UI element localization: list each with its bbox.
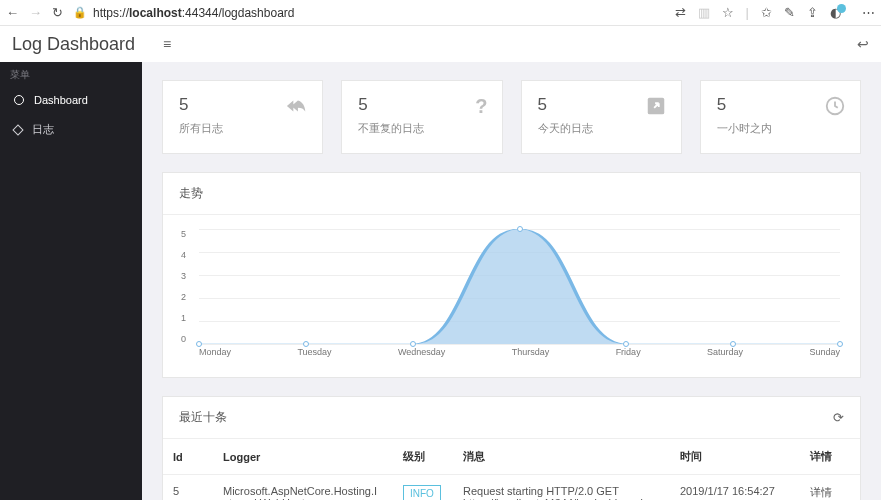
trend-panel: 走势 5 4 3 2 1 0 (162, 172, 861, 378)
favorites-icon[interactable]: ✩ (761, 5, 772, 20)
chart-marker (303, 341, 309, 347)
external-link-icon (645, 95, 667, 122)
logs-table: Id Logger 级别 消息 时间 详情 5 Microsoft.AspNet… (163, 439, 860, 500)
level-badge: INFO (403, 485, 441, 500)
stat-cards-row: 5 所有日志 5 不重复的日志 ? 5 今天的日志 5 一小时之内 (162, 80, 861, 154)
reply-icon[interactable]: ↩ (857, 36, 869, 52)
sidebar-item-dashboard[interactable]: Dashboard (0, 86, 142, 114)
forward-icon: → (29, 5, 42, 20)
menu-toggle-icon[interactable]: ≡ (163, 36, 171, 52)
chart-x-axis: Monday Tuesday Wednesday Thursday Friday… (199, 347, 840, 357)
stat-value: 5 (358, 95, 485, 115)
stat-card-today-logs: 5 今天的日志 (521, 80, 682, 154)
profile-icon[interactable]: ◐ (830, 5, 850, 20)
chart-marker (730, 341, 736, 347)
cell-level: INFO (393, 475, 453, 501)
lock-icon: 🔒 (73, 6, 87, 19)
cell-message: Request starting HTTP/2.0 GET https://lo… (453, 475, 670, 501)
trend-chart: 5 4 3 2 1 0 Monday Tuesday (199, 229, 840, 369)
address-bar[interactable]: 🔒 https://localhost:44344/logdashboard (73, 6, 665, 20)
dashboard-icon (14, 95, 24, 105)
cell-detail[interactable]: 详情 (800, 475, 860, 501)
panel-title: 最近十条 (179, 409, 227, 426)
col-message: 消息 (453, 439, 670, 475)
back-icon[interactable]: ← (6, 5, 19, 20)
table-row: 5 Microsoft.AspNetCore.Hosting.Internal.… (163, 475, 860, 501)
star-outline-icon[interactable]: ☆ (722, 5, 734, 20)
sidebar-group-label: 菜单 (0, 62, 142, 86)
refresh-panel-icon[interactable]: ⟳ (833, 410, 844, 425)
sidebar-item-label: Dashboard (34, 94, 88, 106)
col-id: Id (163, 439, 213, 475)
stat-card-last-hour: 5 一小时之内 (700, 80, 861, 154)
app-header: Log Dashboard ≡ ↩ (0, 26, 881, 62)
sidebar-item-label: 日志 (32, 122, 54, 137)
chart-y-axis: 5 4 3 2 1 0 (181, 229, 186, 344)
cell-logger: Microsoft.AspNetCore.Hosting.Internal.We… (213, 475, 393, 501)
cell-time: 2019/1/17 16:54:27 (670, 475, 800, 501)
translate-icon[interactable]: ⇄ (675, 5, 686, 20)
page-title: Log Dashboard (12, 34, 135, 55)
panel-title: 走势 (179, 185, 203, 202)
stat-label: 所有日志 (179, 121, 306, 136)
chart-marker (196, 341, 202, 347)
main-content: 5 所有日志 5 不重复的日志 ? 5 今天的日志 5 一小时之内 (142, 62, 881, 500)
reply-all-icon (286, 95, 308, 122)
stat-card-all-logs: 5 所有日志 (162, 80, 323, 154)
logs-icon (12, 124, 23, 135)
stat-card-unique-logs: 5 不重复的日志 ? (341, 80, 502, 154)
clock-icon (824, 95, 846, 122)
col-logger: Logger (213, 439, 393, 475)
sidebar-item-logs[interactable]: 日志 (0, 114, 142, 145)
refresh-icon[interactable]: ↻ (52, 5, 63, 20)
more-icon[interactable]: ⋯ (862, 5, 875, 20)
question-icon: ? (475, 95, 487, 118)
chart-marker (623, 341, 629, 347)
browser-toolbar: ← → ↻ 🔒 https://localhost:44344/logdashb… (0, 0, 881, 26)
share-icon[interactable]: ⇪ (807, 5, 818, 20)
reader-icon: ▥ (698, 5, 710, 20)
chart-marker (517, 226, 523, 232)
stat-label: 今天的日志 (538, 121, 665, 136)
sidebar: 菜单 Dashboard 日志 (0, 62, 142, 500)
recent-logs-panel: 最近十条 ⟳ Id Logger 级别 消息 时间 详情 (162, 396, 861, 500)
col-time: 时间 (670, 439, 800, 475)
chart-marker (410, 341, 416, 347)
stat-label: 不重复的日志 (358, 121, 485, 136)
url-text: https://localhost:44344/logdashboard (93, 6, 294, 20)
col-level: 级别 (393, 439, 453, 475)
chart-marker (837, 341, 843, 347)
pen-icon[interactable]: ✎ (784, 5, 795, 20)
stat-label: 一小时之内 (717, 121, 844, 136)
col-detail: 详情 (800, 439, 860, 475)
cell-id: 5 (163, 475, 213, 501)
